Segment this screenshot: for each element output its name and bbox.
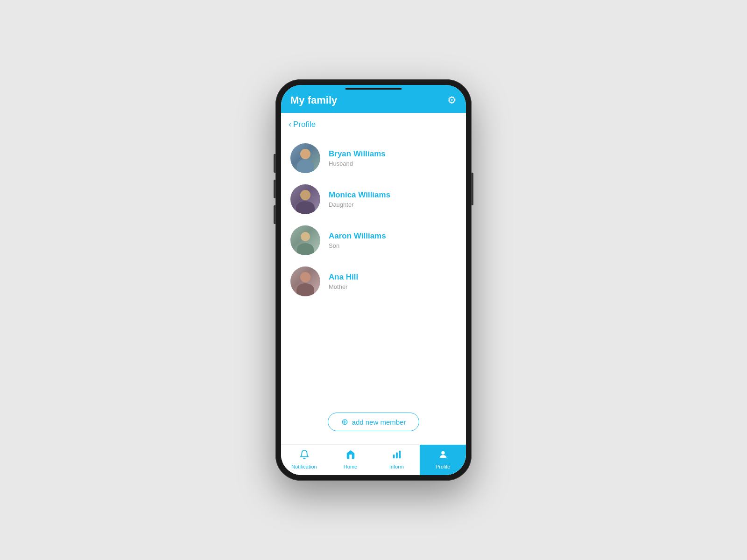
phone-screen: My family ⚙ ‹ Profile Bryan Williams Hus… — [281, 85, 466, 475]
svg-rect-2 — [399, 451, 401, 459]
member-role: Daughter — [329, 201, 390, 208]
bottom-nav: Notification Home — [281, 444, 466, 475]
back-nav[interactable]: ‹ Profile — [281, 113, 466, 134]
member-info: Ana Hill Mother — [329, 273, 358, 290]
member-info: Monica Williams Daughter — [329, 190, 390, 208]
add-member-label: add new member — [352, 418, 406, 426]
inform-icon — [392, 449, 402, 462]
nav-label-home: Home — [344, 464, 357, 469]
svg-point-3 — [441, 451, 444, 455]
member-role: Mother — [329, 283, 358, 290]
list-item[interactable]: Bryan Williams Husband — [281, 138, 466, 179]
nav-label-profile: Profile — [436, 464, 450, 469]
top-bar: My family ⚙ — [281, 90, 466, 113]
list-item[interactable]: Ana Hill Mother — [281, 261, 466, 302]
member-name: Aaron Williams — [329, 231, 386, 241]
svg-rect-0 — [393, 455, 395, 458]
avatar — [290, 225, 320, 255]
notch-area — [281, 85, 466, 90]
home-icon — [345, 449, 356, 462]
member-name: Ana Hill — [329, 273, 358, 282]
nav-item-home[interactable]: Home — [327, 445, 374, 475]
nav-item-notification[interactable]: Notification — [281, 445, 327, 475]
content-area: ‹ Profile Bryan Williams Husband — [281, 113, 466, 444]
back-chevron-icon: ‹ — [289, 119, 291, 129]
settings-icon[interactable]: ⚙ — [447, 94, 457, 106]
member-list: Bryan Williams Husband Monica Williams D… — [281, 134, 466, 403]
avatar — [290, 143, 320, 173]
member-role: Husband — [329, 160, 386, 167]
page-title: My family — [290, 94, 337, 106]
notification-icon — [299, 449, 310, 462]
member-name: Bryan Williams — [329, 149, 386, 159]
nav-item-inform[interactable]: Inform — [374, 445, 420, 475]
nav-label-notification: Notification — [291, 464, 317, 469]
nav-label-inform: Inform — [389, 464, 404, 469]
back-label: Profile — [293, 120, 316, 129]
list-item[interactable]: Aaron Williams Son — [281, 220, 466, 261]
list-item[interactable]: Monica Williams Daughter — [281, 179, 466, 220]
avatar — [290, 184, 320, 214]
member-info: Aaron Williams Son — [329, 231, 386, 249]
avatar — [290, 266, 320, 296]
member-info: Bryan Williams Husband — [329, 149, 386, 167]
member-role: Son — [329, 242, 386, 249]
nav-item-profile[interactable]: Profile — [420, 445, 466, 475]
profile-icon — [438, 449, 448, 462]
add-member-button[interactable]: ⊕ add new member — [328, 413, 420, 431]
svg-rect-1 — [396, 452, 398, 458]
phone-frame: My family ⚙ ‹ Profile Bryan Williams Hus… — [275, 79, 472, 481]
add-btn-container: ⊕ add new member — [281, 403, 466, 444]
member-name: Monica Williams — [329, 190, 390, 200]
add-circle-icon: ⊕ — [341, 418, 348, 426]
